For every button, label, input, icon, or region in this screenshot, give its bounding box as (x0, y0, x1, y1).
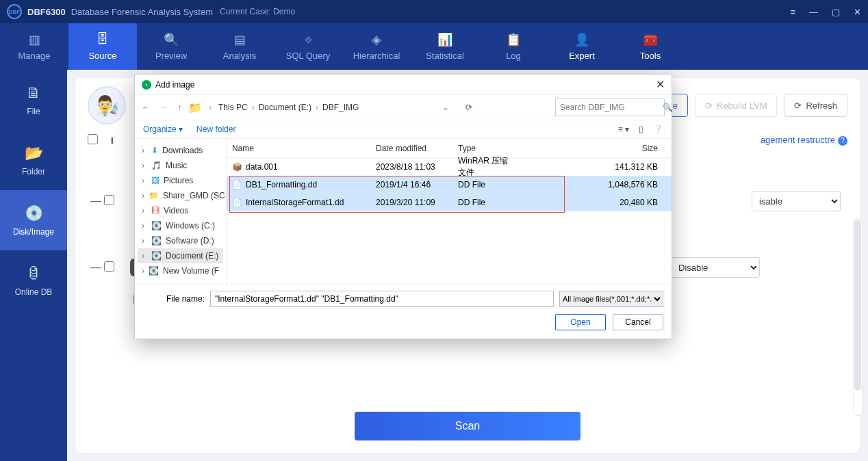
tab-tools[interactable]: 🧰Tools (616, 23, 685, 70)
col-size[interactable]: Size (521, 144, 672, 153)
close-icon[interactable]: ✕ (854, 7, 861, 17)
file-date: 2019/1/4 16:46 (370, 180, 452, 189)
download-icon: ⬇ (151, 146, 158, 155)
row-checkbox[interactable] (104, 261, 114, 272)
main-toolbar: ▥Manage 🗄Source 🔍Preview ▤Analysis ⟐SQL … (0, 23, 868, 70)
sidebar-item-disk-image[interactable]: 💿Disk/Image (0, 190, 67, 250)
titlebar: DBF DBF6300 Database Forensic Analysis S… (0, 0, 868, 23)
tab-expert[interactable]: 👤Expert (548, 23, 616, 70)
file-size: 1,048,576 KB (521, 180, 672, 189)
tree-item[interactable]: ›🎵Music (138, 158, 223, 173)
file-name-input[interactable] (210, 291, 554, 307)
breadcrumb-item[interactable]: DBF_IMG (322, 103, 359, 112)
restructure-select[interactable]: Disable (671, 257, 760, 278)
breadcrumb-item[interactable]: Document (E:) (259, 103, 311, 112)
chevron-down-icon[interactable]: ⌄ (442, 103, 455, 112)
drive-icon: 💽 (151, 251, 162, 261)
open-button[interactable]: Open (555, 314, 606, 330)
breadcrumb[interactable]: This PC› Document (E:)› DBF_IMG (218, 103, 359, 112)
file-row[interactable]: 📄InternalStorageFormat1.dd 2019/3/20 11:… (227, 194, 672, 211)
drive-icon: 💽 (151, 236, 162, 246)
col-name[interactable]: Name (227, 144, 370, 153)
tab-sql-query[interactable]: ⟐SQL Query (274, 23, 342, 70)
view-list-icon[interactable]: ≡ ▾ (618, 124, 629, 134)
sidebar-item-file[interactable]: 🗎File (0, 70, 67, 130)
dialog-body: ›⬇Downloads ›🎵Music ›🖼Pictures ›📁Share_G… (135, 139, 672, 285)
tree-item[interactable]: ›📁Share_GMD (SC (138, 188, 223, 203)
breadcrumb-item[interactable]: This PC (218, 103, 248, 112)
cancel-button[interactable]: Cancel (613, 314, 663, 330)
dialog-toolbar: Organize ▾ New folder ≡ ▾ ▯ ❔ (135, 120, 672, 139)
file-type-select[interactable]: All image files(*.001;*.dd;*.e01;* (559, 291, 663, 307)
dialog-close-icon[interactable]: ✕ (656, 78, 665, 91)
nav-up-icon[interactable]: ↑ (177, 103, 181, 112)
tab-hierarchical[interactable]: ◈Hierarchical (342, 23, 411, 70)
current-case: Current Case: Demo (220, 7, 295, 16)
sidebar-item-online-db[interactable]: 🛢Online DB (0, 250, 67, 311)
file-list-header[interactable]: Name Date modified Type Size (227, 139, 672, 158)
file-row[interactable]: 📄DB1_Formatting.dd 2019/1/4 16:46 DD Fil… (227, 176, 672, 194)
col-date[interactable]: Date modified (370, 144, 452, 153)
organize-button[interactable]: Organize ▾ (143, 124, 183, 134)
rebuild-lvm-button[interactable]: ⟳Rebuild LVM (695, 94, 777, 117)
window-controls: ≡ — ▢ ✕ (790, 7, 861, 17)
maximize-icon[interactable]: ▢ (832, 7, 840, 17)
tab-statistical[interactable]: 📊Statistical (411, 23, 479, 70)
header-checkbox[interactable] (88, 134, 98, 144)
tab-preview[interactable]: 🔍Preview (137, 23, 205, 70)
drive-icon: 💽 (151, 221, 162, 230)
expand-toggle[interactable]: — (88, 261, 104, 274)
file-row[interactable]: 📦data.001 2023/8/18 11:03 WinRAR 压缩文件 14… (227, 158, 672, 176)
tab-label: Statistical (426, 51, 464, 61)
scan-button[interactable]: Scan (355, 412, 580, 440)
tree-item[interactable]: ›💽Document (E:) (138, 248, 223, 263)
file-icon: 🗎 (24, 83, 43, 103)
row-checkbox[interactable] (104, 195, 114, 205)
tree-label: Document (E:) (166, 251, 218, 261)
preview-pane-icon[interactable]: ▯ (639, 124, 643, 134)
search-box[interactable]: 🔍 (555, 98, 665, 116)
nav-back-icon[interactable]: ← (142, 103, 150, 112)
refresh-icon[interactable]: ⟳ (465, 103, 472, 112)
menu-icon[interactable]: ≡ (790, 7, 795, 17)
tab-log[interactable]: 📋Log (479, 23, 548, 70)
dialog-bottom: File name: All image files(*.001;*.dd;*.… (135, 285, 672, 339)
search-icon[interactable]: 🔍 (663, 103, 673, 112)
tab-source[interactable]: 🗄Source (68, 23, 137, 70)
tree-item[interactable]: ›💽Windows (C:) (138, 218, 223, 233)
tab-label: Tools (640, 51, 661, 61)
share-folder-icon: 📁 (149, 191, 159, 200)
tab-label: Preview (155, 51, 187, 61)
refresh-button[interactable]: ⟳Refresh (784, 94, 847, 117)
drive-icon: 💽 (149, 266, 159, 276)
tab-label: SQL Query (286, 51, 331, 61)
tree-label: New Volume (F (163, 266, 219, 276)
search-input[interactable] (560, 103, 663, 112)
header-restructure[interactable]: agement restructre? (761, 135, 847, 146)
col-type[interactable]: Type (452, 144, 521, 153)
new-folder-button[interactable]: New folder (196, 124, 235, 134)
videos-icon: 🎞 (151, 206, 159, 215)
tree-item[interactable]: ›💽Software (D:) (138, 233, 223, 248)
scrollbar[interactable] (853, 218, 863, 416)
tree-label: Pictures (164, 176, 193, 185)
minimize-icon[interactable]: — (809, 7, 818, 17)
tree-label: Windows (C:) (166, 221, 215, 230)
tree-label: Music (166, 161, 187, 170)
tab-analysis[interactable]: ▤Analysis (205, 23, 274, 70)
expand-toggle[interactable]: — (88, 195, 104, 207)
sidebar-item-folder[interactable]: 📂Folder (0, 130, 67, 190)
info-icon[interactable]: ? (838, 136, 847, 146)
stats-icon: 📊 (436, 33, 454, 47)
folder-tree: ›⬇Downloads ›🎵Music ›🖼Pictures ›📁Share_G… (135, 139, 227, 285)
tree-item[interactable]: ›⬇Downloads (138, 143, 223, 158)
tab-manage[interactable]: ▥Manage (0, 23, 68, 70)
disk-image-icon: 💿 (24, 204, 43, 223)
restructure-select[interactable]: isable (752, 191, 841, 211)
tab-label: Analysis (223, 51, 256, 61)
help-icon[interactable]: ❔ (653, 124, 663, 134)
tree-item[interactable]: ›🖼Pictures (138, 173, 223, 188)
tree-item[interactable]: ›💽New Volume (F (138, 263, 223, 278)
tree-item[interactable]: ›🎞Videos (138, 203, 223, 218)
nav-forward-icon[interactable]: → (159, 103, 168, 112)
